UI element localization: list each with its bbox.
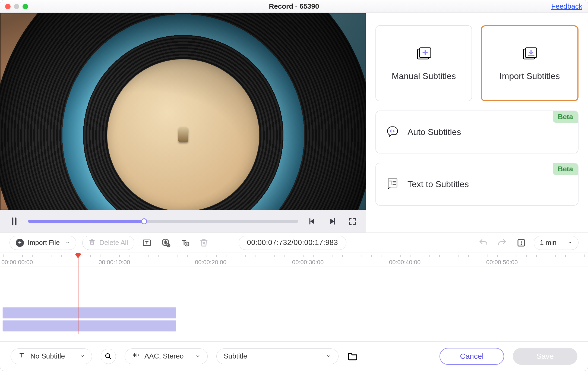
manual-subtitles-card[interactable]: Manual Subtitles xyxy=(375,25,472,101)
auto-subtitles-label: Auto Subtitles xyxy=(407,127,461,137)
subtitle-track-label: No Subtitle xyxy=(30,352,65,360)
timecode-display: 00:00:07:732/ 00:00:17:983 xyxy=(239,236,346,250)
add-speech-button[interactable] xyxy=(159,236,172,249)
titlebar: Record - 65390 Feedback xyxy=(0,0,588,13)
svg-marker-4 xyxy=(330,219,334,224)
playhead[interactable] xyxy=(78,253,78,334)
beta-badge: Beta xyxy=(553,163,578,175)
svg-line-24 xyxy=(109,357,111,359)
minimize-window-button[interactable] xyxy=(14,4,19,9)
svg-point-23 xyxy=(106,354,110,358)
import-file-label: Import File xyxy=(28,239,60,247)
import-subtitles-card[interactable]: Import Subtitles xyxy=(481,25,578,101)
window-title: Record - 65390 xyxy=(269,2,319,11)
text-to-subtitles-label: Text to Subtitles xyxy=(407,179,469,189)
ruler-label: 00:00:20:00 xyxy=(195,259,226,266)
tracks[interactable] xyxy=(2,307,588,332)
save-button[interactable]: Save xyxy=(513,348,577,365)
plus-icon: + xyxy=(16,239,24,247)
text-to-subtitles-card[interactable]: Beta Text to Subtitles xyxy=(375,163,578,206)
chevron-down-icon xyxy=(567,239,572,247)
zoom-select[interactable]: 1 min xyxy=(534,236,578,250)
subtitle-track-select[interactable]: No Subtitle xyxy=(11,348,92,364)
open-folder-button[interactable] xyxy=(347,350,358,362)
ruler-label: 00:00:10:00 xyxy=(99,259,130,266)
audio-track-label: AAC, Stereo xyxy=(144,352,184,360)
search-button[interactable] xyxy=(101,349,116,364)
feedback-link[interactable]: Feedback xyxy=(551,2,582,11)
ruler-label: 00:00:30:00 xyxy=(292,259,324,266)
player-controls xyxy=(0,210,366,232)
auto-subtitles-card[interactable]: Beta T Auto Subtitles xyxy=(375,111,578,153)
import-subtitle-icon xyxy=(521,46,538,64)
snap-button[interactable] xyxy=(515,236,528,249)
next-button[interactable] xyxy=(326,215,339,228)
zoom-label: 1 min xyxy=(540,239,557,247)
trash-icon xyxy=(88,238,96,247)
timeline[interactable]: 00:00:00:0000:00:10:0000:00:20:0000:00:3… xyxy=(0,253,588,341)
clip-video[interactable] xyxy=(2,307,176,319)
delete-all-label: Delete All xyxy=(99,239,128,247)
add-text-button[interactable] xyxy=(140,236,153,249)
text-icon xyxy=(18,351,26,361)
timeline-toolbar: + Import File Delete All 00:00:07:732/ 0… xyxy=(0,233,588,253)
delete-all-button[interactable]: Delete All xyxy=(82,236,134,250)
speech-to-text-icon: T xyxy=(386,124,400,140)
beta-badge: Beta xyxy=(553,111,578,123)
import-file-button[interactable]: + Import File xyxy=(10,236,76,250)
svg-marker-2 xyxy=(310,219,314,224)
svg-text:T: T xyxy=(395,133,398,139)
text-document-icon xyxy=(386,177,400,192)
ruler-label: 00:00:40:00 xyxy=(389,259,421,266)
ruler-label: 00:00:50:00 xyxy=(486,259,518,266)
chevron-down-icon xyxy=(195,352,200,360)
ruler[interactable]: 00:00:00:0000:00:10:0000:00:20:0000:00:3… xyxy=(0,253,588,266)
chevron-down-icon xyxy=(326,352,331,360)
chevron-down-icon xyxy=(65,239,70,247)
import-subtitles-label: Import Subtitles xyxy=(500,71,560,81)
pause-button[interactable] xyxy=(8,215,20,228)
fullscreen-button[interactable] xyxy=(346,215,359,228)
window-controls xyxy=(5,4,28,9)
subtitle-options-panel: Manual Subtitles Import Subtitles Beta T… xyxy=(366,13,588,232)
svg-point-22 xyxy=(521,244,522,245)
cancel-button[interactable]: Cancel xyxy=(440,348,504,365)
video-preview[interactable] xyxy=(0,13,366,210)
delete-track-button[interactable] xyxy=(197,236,210,249)
add-subtitle-icon xyxy=(415,46,432,64)
close-window-button[interactable] xyxy=(5,4,11,9)
redo-button[interactable] xyxy=(496,236,509,249)
maximize-window-button[interactable] xyxy=(23,4,28,9)
manual-subtitles-label: Manual Subtitles xyxy=(392,71,456,81)
clip-audio[interactable] xyxy=(2,320,176,332)
subtitle-format-select[interactable]: Subtitle xyxy=(216,348,339,364)
undo-button[interactable] xyxy=(477,236,490,249)
waveform-icon xyxy=(132,351,140,361)
audio-track-select[interactable]: AAC, Stereo xyxy=(125,348,208,364)
ruler-label: 00:00:00:00 xyxy=(1,259,33,266)
video-player xyxy=(0,13,366,232)
subtitle-format-label: Subtitle xyxy=(224,352,247,360)
chevron-down-icon xyxy=(80,352,85,360)
bottom-bar: No Subtitle AAC, Stereo Subtitle Cancel … xyxy=(0,341,588,371)
add-text-track-button[interactable] xyxy=(178,236,191,249)
progress-slider[interactable] xyxy=(28,220,298,223)
previous-button[interactable] xyxy=(306,215,318,228)
